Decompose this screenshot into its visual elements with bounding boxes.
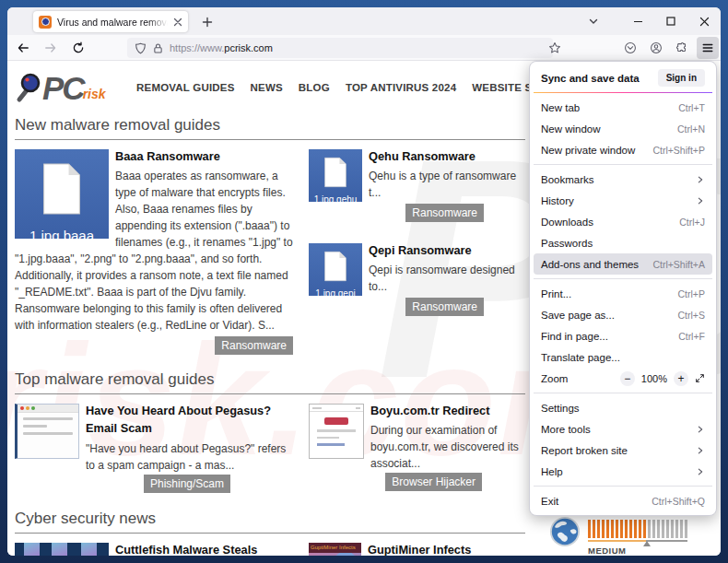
category-badge[interactable]: Ransomware xyxy=(405,204,484,222)
fullscreen-icon[interactable] xyxy=(695,373,705,383)
menu-item-addons-themes[interactable]: Add-ons and themesCtrl+Shift+A xyxy=(534,253,712,275)
browser-tab[interactable]: Virus and malware removal inst xyxy=(33,11,188,32)
zoom-in-button[interactable]: + xyxy=(674,371,688,386)
chevron-right-icon xyxy=(696,467,705,476)
nav-removal-guides[interactable]: REMOVAL GUIDES xyxy=(136,82,235,93)
article-thumbnail[interactable] xyxy=(15,404,79,459)
article-pegasus-scam: Have You Heard About Pegasus? Email Scam… xyxy=(15,402,293,492)
menu-item-new-private-window[interactable]: New private windowCtrl+Shift+P xyxy=(534,139,712,160)
extensions-puzzle-icon[interactable] xyxy=(671,37,693,59)
article-thumbnail[interactable] xyxy=(309,404,364,459)
threat-level-widget: MEDIUM xyxy=(549,514,687,556)
article-cuttlefish-malware: Cuttlefish Malware Cuttlefish Malware St… xyxy=(15,541,293,556)
chevron-right-icon xyxy=(696,446,705,455)
article-thumbnail[interactable]: GuptiMiner Infects xyxy=(309,543,361,556)
tab-title: Virus and malware removal inst xyxy=(57,17,168,28)
menu-item-bookmarks[interactable]: Bookmarks xyxy=(534,169,712,190)
file-icon xyxy=(323,252,347,282)
tab-strip: Virus and malware removal inst xyxy=(7,7,721,35)
section-heading-new-guides: New malware removal guides xyxy=(15,116,525,140)
article-excerpt: "Have you heard about Pegasus?" refers t… xyxy=(86,442,286,472)
threat-marker-icon xyxy=(643,541,651,546)
menu-item-new-tab[interactable]: New tabCtrl+T xyxy=(534,97,712,118)
threat-meter-scale xyxy=(588,540,687,543)
menu-item-downloads[interactable]: DownloadsCtrl+J xyxy=(534,211,712,232)
article-thumbnail[interactable]: 1.jpg.baaa xyxy=(15,149,109,239)
logo-text-risk: risk xyxy=(83,87,106,101)
navigation-toolbar: https://www.pcrisk.com xyxy=(7,35,721,61)
threat-meter-bars xyxy=(588,520,687,538)
firefox-app-menu: Sync and save data Sign in New tabCtrl+T… xyxy=(529,61,717,516)
menu-item-settings[interactable]: Settings xyxy=(534,397,712,418)
account-icon[interactable] xyxy=(645,37,667,59)
lock-icon[interactable] xyxy=(152,42,164,54)
magnifier-logo-icon xyxy=(15,71,42,104)
article-excerpt: Qehu is a type of ransomware t... xyxy=(369,170,516,199)
menu-item-translate-page[interactable]: Translate page... xyxy=(534,346,712,368)
tab-close-icon[interactable] xyxy=(173,18,182,27)
zoom-out-button[interactable]: − xyxy=(620,371,635,386)
menu-item-find-in-page[interactable]: Find in page...Ctrl+F xyxy=(534,325,712,346)
article-thumbnail[interactable]: 1.jpg.qehu xyxy=(309,149,362,202)
globe-icon xyxy=(549,516,581,547)
menu-divider xyxy=(534,92,712,93)
zoom-level[interactable]: 100% xyxy=(641,373,667,384)
minimize-button[interactable] xyxy=(621,7,654,35)
logo-text-pc: PC xyxy=(42,72,84,104)
menu-divider xyxy=(534,393,712,393)
category-badge[interactable]: Ransomware xyxy=(215,336,293,355)
category-badge[interactable]: Browser Hijacker xyxy=(385,473,482,491)
article-excerpt: Qepi is ransomware designed to... xyxy=(369,264,515,293)
article-qehu-ransomware: 1.jpg.qehu Qehu Ransomware Qehu is a typ… xyxy=(309,147,526,222)
menu-divider xyxy=(534,486,712,487)
shield-icon[interactable] xyxy=(135,42,147,54)
app-menu-hamburger-icon[interactable] xyxy=(697,37,719,59)
menu-item-exit[interactable]: ExitCtrl+Shift+Q xyxy=(534,490,712,511)
nav-news[interactable]: NEWS xyxy=(251,82,283,93)
article-thumbnail[interactable]: 1.jpg.qepi xyxy=(309,243,362,296)
section-heading-news: Cyber security news xyxy=(15,510,525,534)
category-badge[interactable]: Phishing/Scam xyxy=(144,475,230,493)
bookmark-star-icon[interactable] xyxy=(544,37,566,59)
category-badge[interactable]: Ransomware xyxy=(405,298,484,316)
maximize-button[interactable] xyxy=(654,7,687,35)
thumbnail-caption: 1.jpg.baaa xyxy=(15,226,109,240)
menu-item-report-broken-site[interactable]: Report broken site xyxy=(534,440,712,461)
reload-button[interactable] xyxy=(66,38,90,58)
menu-item-more-tools[interactable]: More tools xyxy=(534,418,712,440)
menu-item-help[interactable]: Help xyxy=(534,461,712,482)
menu-item-passwords[interactable]: Passwords xyxy=(534,232,712,253)
section-heading-top-guides: Top malware removal guides xyxy=(15,370,525,394)
file-icon xyxy=(323,158,347,188)
sign-in-button[interactable]: Sign in xyxy=(658,69,705,87)
close-window-button[interactable] xyxy=(687,7,721,35)
pcrisk-logo[interactable]: PC risk xyxy=(15,71,123,104)
main-nav: REMOVAL GUIDES NEWS BLOG TOP ANTIVIRUS 2… xyxy=(136,82,579,93)
thumbnail-caption: 1.jpg.qehu xyxy=(309,193,362,202)
nav-blog[interactable]: BLOG xyxy=(299,82,330,93)
file-icon xyxy=(41,163,82,215)
article-guptiminer: GuptiMiner Infects GuptiMiner Infects Ma… xyxy=(309,541,526,556)
threat-level-label: MEDIUM xyxy=(588,545,687,556)
nav-top-antivirus[interactable]: TOP ANTIVIRUS 2024 xyxy=(346,82,456,93)
thumbnail-caption: 1.jpg.qepi xyxy=(309,287,362,296)
thumbnail-banner: GuptiMiner Infects xyxy=(309,543,361,553)
url-bar[interactable]: https://www.pcrisk.com xyxy=(127,38,553,58)
menu-item-new-window[interactable]: New windowCtrl+N xyxy=(534,118,712,139)
menu-item-save-page-as[interactable]: Save page as...Ctrl+S xyxy=(534,304,712,325)
menu-item-zoom: Zoom − 100% + xyxy=(534,368,712,389)
chevron-right-icon xyxy=(696,425,705,434)
list-all-tabs-chevron-icon[interactable] xyxy=(584,13,603,29)
back-button[interactable] xyxy=(11,38,35,58)
chevron-right-icon xyxy=(696,196,705,205)
article-boyu-redirect: Boyu.com.tr Redirect During our examinat… xyxy=(309,402,526,492)
menu-item-print[interactable]: Print...Ctrl+P xyxy=(534,283,712,304)
menu-item-sync[interactable]: Sync and save data Sign in xyxy=(534,67,712,88)
forward-button[interactable] xyxy=(39,38,63,58)
menu-item-history[interactable]: History xyxy=(534,190,712,211)
article-thumbnail[interactable]: Cuttlefish Malware xyxy=(15,543,109,556)
article-excerpt: During our examination of boyu.com.tr, w… xyxy=(370,424,519,470)
new-tab-button[interactable] xyxy=(199,14,216,30)
article-baaa-ransomware: 1.jpg.baaa Baaa Ransomware Baaa operates… xyxy=(15,147,293,355)
pocket-icon[interactable] xyxy=(619,37,641,59)
